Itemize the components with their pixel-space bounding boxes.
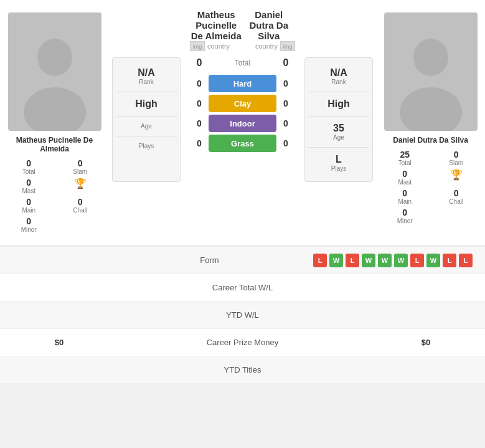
player1-slam: 0 Slam [58, 158, 103, 175]
form-badge-l: L [313, 254, 327, 267]
player2-total: 25 Total [382, 150, 428, 166]
ytd-titles-row: YTD Titles [0, 356, 485, 383]
player2-avatar [384, 12, 478, 131]
player2-plays-item: L Plays [308, 148, 369, 178]
player1-high-item: High [116, 92, 177, 117]
player1-chall: 0 Chall [58, 197, 103, 214]
career-prize-p1: $0 [12, 338, 106, 347]
player1-rank-item: N/A Rank [116, 61, 177, 92]
player2-country: country img [255, 41, 295, 51]
form-badge-l: L [459, 254, 473, 267]
player2-age-item: 35 Age [308, 117, 369, 148]
clay-bar-row: 0 Clay 0 [184, 95, 301, 112]
player1-plays-item: Plays [116, 136, 177, 156]
comparison-section: Matheus Pucinelle De Almeida 0 Total 0 S… [0, 0, 485, 246]
ytd-wl-row: YTD W/L [0, 301, 485, 328]
main-container: Matheus Pucinelle De Almeida 0 Total 0 S… [0, 0, 485, 383]
career-prize-label: Career Prize Money [106, 338, 379, 347]
svg-point-2 [413, 39, 448, 76]
form-badge-l: L [443, 254, 456, 267]
ytd-titles-label: YTD Titles [106, 365, 379, 374]
total-row: 0 Total 0 [184, 54, 301, 72]
svg-point-1 [24, 87, 86, 131]
player1-card: Matheus Pucinelle De Almeida 0 Total 0 S… [0, 6, 109, 239]
player2-title: Daniel Dutra Da Silva [243, 9, 296, 41]
player2-mid-card: N/A Rank High 35 Age L Plays [304, 57, 373, 182]
player2-slam: 0 Slam [434, 150, 479, 166]
player2-card: Daniel Dutra Da Silva 25 Total 0 Slam 0 … [376, 6, 485, 239]
svg-point-3 [400, 87, 462, 131]
player1-title: Matheus Pucinelle De Almeida [190, 9, 243, 41]
career-total-label: Career Total W/L [106, 283, 379, 292]
form-badges: LWLWWWLWLL [313, 254, 473, 267]
ytd-wl-label: YTD W/L [106, 310, 379, 320]
career-prize-row: $0 Career Prize Money $0 [0, 328, 485, 356]
player1-minor: 0 Minor [6, 216, 52, 233]
career-prize-p2: $0 [379, 338, 473, 347]
form-badge-w: W [329, 254, 343, 267]
player1-mid-card: N/A Rank High Age Plays [112, 57, 181, 182]
indoor-bar: Indoor [209, 115, 276, 132]
player2-name: Daniel Dutra Da Silva [393, 136, 468, 145]
player1-country: img country [190, 41, 230, 51]
grass-bar: Grass [209, 135, 276, 152]
player1-main: 0 Main [6, 197, 52, 214]
hard-bar: Hard [209, 75, 276, 92]
player1-mast: 0 Mast [6, 178, 52, 194]
player2-mast: 0 Mast [382, 169, 428, 186]
player2-stats: 25 Total 0 Slam 0 Mast 🏆 0 Main [379, 150, 482, 224]
bars-panel: 0 Total 0 0 Hard 0 0 Clay 0 [184, 54, 301, 185]
player1-name: Matheus Pucinelle De Almeida [3, 136, 106, 153]
player1-age-item: Age [116, 117, 177, 136]
center-panel: Matheus Pucinelle De Almeida img country… [109, 6, 376, 239]
form-row: Form LWLWWWLWLL [0, 246, 485, 274]
form-badge-w: W [426, 254, 440, 267]
player2-rank-item: N/A Rank [308, 61, 369, 92]
player2-high-item: High [308, 92, 369, 117]
player1-stats: 0 Total 0 Slam 0 Mast 🏆 0 Main [3, 158, 106, 233]
form-label: Form [106, 255, 313, 265]
form-badge-l: L [346, 254, 359, 267]
player2-main: 0 Main [382, 188, 428, 205]
player2-minor: 0 Minor [382, 207, 428, 224]
clay-bar: Clay [209, 95, 276, 112]
form-badge-w: W [378, 254, 392, 267]
form-badges-container: LWLWWWLWLL [313, 254, 473, 267]
hard-bar-row: 0 Hard 0 [184, 75, 301, 92]
center-content: N/A Rank High Age Plays [109, 54, 376, 185]
player2-chall: 0 Chall [434, 188, 479, 205]
form-badge-w: W [394, 254, 408, 267]
form-badge-w: W [362, 254, 375, 267]
trophy-icon-p1: 🏆 [74, 178, 87, 189]
grass-bar-row: 0 Grass 0 [184, 135, 301, 152]
form-badge-l: L [410, 254, 424, 267]
svg-point-0 [37, 39, 72, 76]
career-total-row: Career Total W/L [0, 274, 485, 301]
indoor-bar-row: 0 Indoor 0 [184, 115, 301, 132]
player1-total: 0 Total [6, 158, 52, 175]
player1-avatar [8, 12, 101, 131]
trophy-icon-p2: 🏆 [450, 169, 463, 181]
